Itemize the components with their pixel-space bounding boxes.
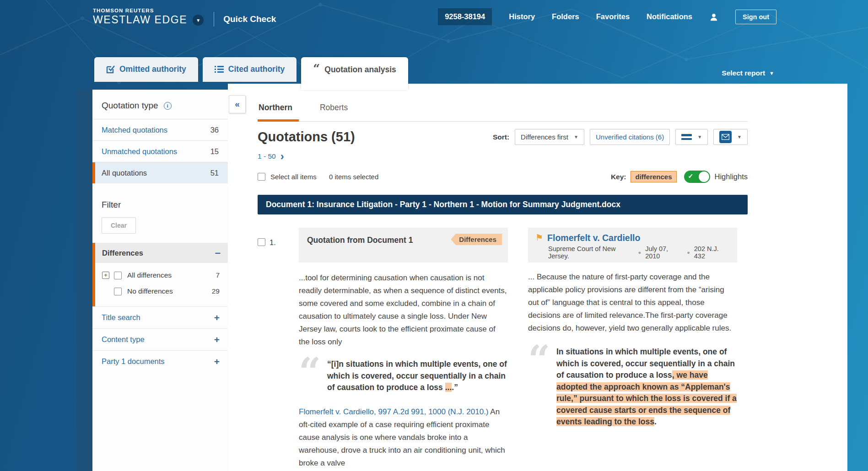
- case-title-link[interactable]: Flomerfelt v. Cardiello: [547, 233, 640, 243]
- report-tabs: Omitted authority Cited authority “ Quot…: [94, 57, 408, 82]
- citation-link[interactable]: Flomerfelt v. Cardiello, 997 A.2d 991, 1…: [299, 407, 489, 416]
- select-all-label[interactable]: Select all items: [270, 173, 317, 181]
- citation-following-text: An oft-cited example of a case requiring…: [299, 407, 505, 467]
- sidebar-item-unmatched-quotations[interactable]: Unmatched quotations 15: [92, 140, 228, 162]
- sidebar-expander-party1-documents[interactable]: Party 1 documents +: [92, 350, 228, 372]
- chevron-down-icon: ▼: [769, 70, 774, 76]
- differences-badge: Differences: [451, 234, 502, 245]
- quotation-block: “ “[i]n situations in which multiple eve…: [299, 359, 508, 394]
- quote-post: .”: [452, 383, 458, 392]
- quote-difference-highlight: ...: [445, 383, 452, 392]
- title-row: Quotations (51) Sort: Differences first …: [258, 129, 748, 145]
- deliver-dropdown[interactable]: ▼: [713, 129, 748, 145]
- brand-large-text: WESTLAW EDGE: [93, 14, 187, 26]
- sidebar-collapse-button[interactable]: «: [229, 95, 246, 113]
- collapse-minus-icon[interactable]: –: [215, 251, 221, 255]
- source-column: ⚑ Flomerfelt v. Cardiello Supreme Court …: [528, 228, 737, 470]
- highlights-toggle[interactable]: ✓: [684, 171, 710, 183]
- differences-section-header[interactable]: Differences –: [95, 243, 228, 263]
- quotation-header: Quotation from Document 1 Differences: [299, 228, 508, 262]
- client-id-button[interactable]: 9258-38194: [438, 8, 492, 25]
- doc-tab-roberts[interactable]: Roberts: [320, 103, 348, 121]
- info-icon[interactable]: i: [164, 102, 172, 110]
- sign-out-button[interactable]: Sign out: [735, 10, 776, 24]
- nav-favorites[interactable]: Favorites: [596, 12, 630, 21]
- list-icon: [215, 65, 224, 73]
- tab-quotation-analysis[interactable]: “ Quotation analysis: [301, 57, 408, 90]
- sort-label: Sort:: [493, 133, 509, 141]
- items-selected-count: 0 items selected: [329, 173, 378, 181]
- sidebar-item-label: All quotations: [102, 169, 147, 177]
- selection-bar: Select all items 0 items selected Key: d…: [258, 171, 748, 183]
- sidebar-left-rail: [76, 90, 92, 471]
- product-title: Quick Check: [223, 14, 276, 24]
- case-meta: Supreme Court of New Jersey. ● July 07, …: [548, 245, 730, 260]
- quotation-header-title: Quotation from Document 1: [307, 236, 413, 245]
- row-index-cell: 1.: [258, 228, 299, 470]
- unverified-label: Unverified citations (6): [596, 133, 664, 141]
- case-line: ⚑ Flomerfelt v. Cardiello: [535, 233, 730, 243]
- row-checkbox[interactable]: [258, 238, 265, 246]
- toggle-knob: [699, 171, 709, 182]
- tab-label: Cited authority: [228, 64, 285, 74]
- sidebar-item-all-quotations[interactable]: All quotations 51: [92, 162, 228, 183]
- sort-dropdown[interactable]: Differences first ▼: [515, 129, 584, 145]
- list-controls: Sort: Differences first ▼ Unverified cit…: [493, 129, 748, 145]
- select-all-checkbox[interactable]: [258, 173, 265, 181]
- quotation-marks-icon: “: [313, 66, 320, 73]
- option-label: All differences: [127, 271, 172, 279]
- dot-separator: ●: [638, 250, 641, 255]
- sidebar-expander-title-search[interactable]: Title search +: [92, 306, 228, 328]
- plus-icon: +: [214, 356, 220, 367]
- tab-cited-authority[interactable]: Cited authority: [203, 57, 297, 82]
- filter-sidebar: Quotation type i Matched quotations 36 U…: [76, 90, 228, 471]
- expand-plus-icon[interactable]: +: [102, 272, 109, 279]
- sidebar-item-matched-quotations[interactable]: Matched quotations 36: [92, 119, 228, 140]
- sort-value: Differences first: [521, 133, 568, 141]
- view-options-dropdown[interactable]: ▼: [675, 129, 708, 145]
- source-quotation-block: “ In situations in which multiple events…: [528, 346, 737, 428]
- doc-tab-northern[interactable]: Northern: [258, 103, 299, 122]
- plus-icon: +: [214, 312, 220, 323]
- differences-title: Differences: [102, 249, 143, 257]
- quotation-row: 1. Quotation from Document 1 Differences…: [258, 228, 748, 470]
- user-account-icon[interactable]: [709, 12, 718, 21]
- clear-filters-button[interactable]: Clear: [102, 217, 136, 234]
- expander-label: Title search: [102, 313, 140, 322]
- filter-block: Filter Clear: [92, 183, 228, 243]
- unverified-citations-button[interactable]: Unverified citations (6): [590, 129, 670, 145]
- brand-dropdown-button[interactable]: ▼: [193, 15, 204, 26]
- checkbox-check-icon: [106, 65, 115, 74]
- brand-logo: THOMSON REUTERS WESTLAW EDGE ▼ Quick Che…: [93, 7, 276, 27]
- quotation-context-text: ...tool for determining causation when c…: [299, 272, 508, 348]
- source-context-text: ... Because the nature of first-party co…: [528, 271, 737, 335]
- tab-omitted-authority[interactable]: Omitted authority: [94, 57, 198, 82]
- check-icon: ✓: [688, 172, 694, 180]
- plus-icon: +: [214, 334, 220, 345]
- select-report-dropdown[interactable]: Select report ▼: [722, 69, 774, 77]
- row-index: 1.: [270, 238, 276, 470]
- nav-history[interactable]: History: [509, 12, 535, 21]
- no-differences-checkbox[interactable]: [114, 288, 122, 295]
- quotation-type-label: Quotation type: [102, 101, 158, 111]
- differences-options: + All differences 7 No differences 29: [95, 263, 228, 306]
- highlights-label: Highlights: [715, 172, 748, 181]
- option-label: No differences: [127, 287, 173, 295]
- sidebar-expander-content-type[interactable]: Content type +: [92, 328, 228, 350]
- sidebar-panel: Quotation type i Matched quotations 36 U…: [92, 90, 228, 471]
- nav-folders[interactable]: Folders: [552, 12, 579, 21]
- all-differences-checkbox[interactable]: [114, 272, 122, 279]
- header-divider: [214, 12, 214, 27]
- page-title: Quotations (51): [258, 129, 355, 145]
- source-quotation-text: In situations in which multiple events, …: [556, 346, 737, 428]
- quote-pre: “[i]n situations in which multiple event…: [327, 359, 507, 392]
- expander-label: Party 1 documents: [102, 357, 165, 366]
- next-page-icon[interactable]: ›: [280, 153, 284, 160]
- filter-heading: Filter: [102, 200, 219, 210]
- nav-notifications[interactable]: Notifications: [647, 12, 692, 21]
- tab-label: Quotation analysis: [324, 65, 396, 75]
- column-gap: [508, 228, 528, 470]
- quote-post: .: [654, 417, 657, 426]
- pagination: 1 - 50 ›: [258, 152, 748, 161]
- quotation-type-heading: Quotation type i: [92, 90, 228, 119]
